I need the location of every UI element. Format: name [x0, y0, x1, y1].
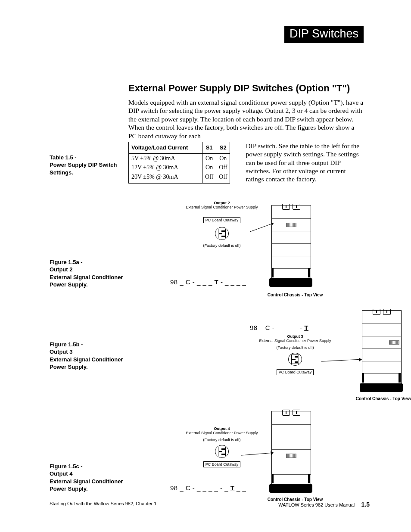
fig-c-output-title: Output 4	[177, 426, 267, 431]
page-number: 1.5	[361, 501, 370, 508]
right-paragraph: DIP switch. See the table to the left fo…	[246, 142, 364, 184]
fig-a-chassis-label: Control Chassis - Top View	[258, 292, 332, 297]
fig-a-output-title: Output 2	[177, 201, 267, 205]
dip-switch-table: Voltage/Load Current S1 S2 5V ±5% @ 30mA…	[128, 142, 230, 184]
svg-line-0	[250, 223, 274, 232]
intro-paragraph: Models equipped with an external signal …	[128, 98, 364, 140]
chassis-diagram-a	[267, 201, 314, 287]
col-s2: S2	[216, 142, 230, 153]
table-caption: Table 1.5 - Power Supply DIP Switch Sett…	[50, 154, 117, 176]
dip-switch-icon	[288, 353, 302, 366]
chassis-diagram-c	[267, 407, 314, 493]
figure-caption-b: Figure 1.5b - Output 3 External Signal C…	[50, 341, 123, 370]
svg-line-4	[241, 453, 274, 455]
page-footer: Starting Out with the Watlow Series 982,…	[50, 501, 370, 508]
fig-c-factory-default: (Factory default is off)	[177, 438, 267, 442]
heatsink-icon	[389, 340, 399, 345]
svg-marker-1	[271, 223, 274, 226]
fig-b-pc-cutaway-label: PC Board Cutaway	[277, 369, 314, 375]
col-voltage: Voltage/Load Current	[129, 142, 202, 153]
leader-line-icon	[241, 451, 276, 460]
leader-line-icon	[250, 222, 276, 235]
fig-c-model-number: 98 _ C - _ _ _ _ - _ T _ _	[170, 484, 246, 492]
dip-switch-icon	[215, 445, 229, 458]
chassis-diagram-b	[358, 306, 405, 392]
fig-b-output-title: Output 3	[243, 334, 347, 339]
fig-a-factory-default: (Factory default is off)	[177, 243, 267, 248]
svg-marker-5	[271, 451, 274, 455]
dip-switch-icon	[215, 227, 229, 240]
leader-line-icon	[321, 358, 364, 371]
fig-b-factory-default: (Factory default is off)	[243, 345, 347, 350]
fig-b-model-number: 98 _ C - _ _ _ _ - T _ _ _	[250, 324, 326, 331]
table-row: 5V ±5% @ 30mA On On	[129, 153, 230, 163]
svg-marker-3	[359, 358, 362, 361]
figure-caption-a: Figure 1.5a - Output 2 External Signal C…	[50, 259, 123, 288]
footer-right-group: WATLOW Series 982 User's Manual 1.5	[278, 501, 370, 508]
section-tab: DIP Switches	[284, 26, 364, 43]
table-row: 12V ±5% @ 30mA On Off	[129, 163, 230, 173]
fig-c-output-sub: External Signal Conditioner Power Supply	[177, 431, 267, 435]
footer-left: Starting Out with the Watlow Series 982,…	[50, 501, 156, 508]
fig-a-pc-cutaway-label: PC Board Cutaway	[203, 217, 241, 223]
col-s1: S1	[202, 142, 216, 153]
fig-a-output-sub: External Signal Conditioner Power Supply	[177, 205, 267, 209]
footer-right: WATLOW Series 982 User's Manual	[278, 502, 355, 507]
svg-line-2	[321, 359, 362, 361]
heatsink-icon	[286, 223, 296, 227]
fig-b-chassis-label: Control Chassis - Top View	[342, 396, 411, 401]
heatsink-icon	[286, 454, 296, 458]
table-header-row: Voltage/Load Current S1 S2	[129, 142, 230, 153]
fig-a-model-number: 98 _ C - _ _ _ T - _ _ _ _	[170, 278, 246, 286]
fig-c-pc-cutaway-label: PC Board Cutaway	[203, 461, 241, 467]
fig-b-output-sub: External Signal Conditioner Power Supply	[243, 339, 347, 343]
table-row: 20V ±5% @ 30mA Off Off	[129, 172, 230, 183]
section-heading: External Power Supply DIP Switches (Opti…	[128, 62, 364, 94]
figure-caption-c: Figure 1.5c - Output 4 External Signal C…	[50, 463, 123, 492]
